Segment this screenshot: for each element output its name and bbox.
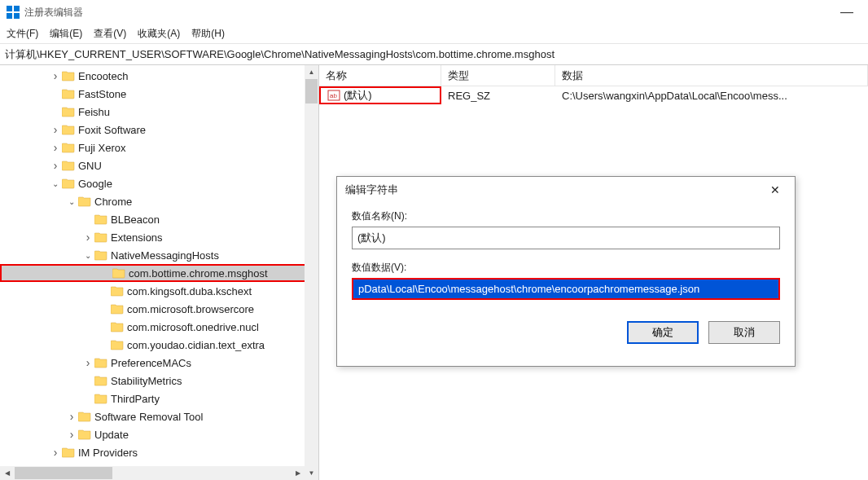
list-header: 名称 类型 数据	[319, 65, 868, 86]
tree-item-label: Extensions	[111, 231, 163, 244]
folder-icon	[62, 447, 75, 458]
tree-item-label: PreferenceMACs	[111, 357, 191, 369]
folder-icon	[94, 357, 107, 368]
tree-item-label: Update	[94, 429, 129, 441]
folder-icon	[94, 393, 107, 404]
chevron-down-icon[interactable]: ⌄	[81, 251, 94, 260]
chevron-right-icon[interactable]: ›	[65, 428, 78, 441]
chevron-right-icon[interactable]: ›	[81, 356, 94, 369]
edit-string-dialog: 编辑字符串 ✕ 数值名称(N): (默认) 数值数据(V): pData\Loc…	[336, 176, 796, 367]
menu-edit[interactable]: 编辑(E)	[50, 27, 82, 41]
tree-item[interactable]: ThirdParty	[0, 390, 318, 407]
tree-item[interactable]: ›IM Providers	[0, 443, 318, 461]
tree-item[interactable]: ⌄NativeMessagingHosts	[0, 246, 318, 264]
tree-item[interactable]: com.youdao.cidian.text_extra	[0, 336, 318, 354]
address-bar[interactable]: 计算机\HKEY_CURRENT_USER\SOFTWARE\Google\Ch…	[0, 44, 868, 65]
tree-item[interactable]: ›Foxit Software	[0, 121, 318, 139]
menu-help[interactable]: 帮助(H)	[191, 27, 225, 41]
tree-item-label: IM Providers	[78, 447, 138, 459]
menu-file[interactable]: 文件(F)	[7, 27, 38, 41]
address-text: 计算机\HKEY_CURRENT_USER\SOFTWARE\Google\Ch…	[5, 47, 555, 62]
col-header-type[interactable]: 类型	[441, 65, 555, 86]
tree-item-label: NativeMessagingHosts	[111, 249, 219, 262]
value-name-label: 数值名称(N):	[352, 209, 780, 223]
list-row[interactable]: ab (默认) REG_SZ C:\Users\wangxin\AppData\…	[319, 86, 868, 104]
tree-item[interactable]: com.microsoft.browsercore	[0, 300, 318, 318]
ok-button[interactable]: 确定	[627, 321, 699, 344]
folder-icon	[111, 303, 124, 315]
tree-item[interactable]: ›Update	[0, 425, 318, 443]
value-name-field[interactable]: (默认)	[352, 227, 780, 249]
col-header-data[interactable]: 数据	[555, 65, 868, 86]
svg-rect-1	[14, 6, 20, 11]
tree-item[interactable]: ›Software Removal Tool	[0, 407, 318, 425]
col-header-name[interactable]: 名称	[319, 65, 441, 86]
chevron-right-icon[interactable]: ›	[65, 410, 78, 423]
folder-icon	[94, 375, 107, 386]
tree-item[interactable]: StabilityMetrics	[0, 372, 318, 390]
scroll-thumb[interactable]	[305, 79, 318, 103]
tree-item-label: BLBeacon	[111, 214, 160, 226]
cell-data: C:\Users\wangxin\AppData\Local\Encoo\mes…	[555, 90, 868, 102]
cell-name: ab (默认)	[319, 86, 441, 104]
cancel-button[interactable]: 取消	[708, 321, 780, 344]
tree-item-label: Software Removal Tool	[94, 411, 203, 423]
tree-item[interactable]: ›GNU	[0, 156, 318, 174]
tree-item[interactable]: ›Encootech	[0, 67, 318, 85]
tree-item[interactable]: com.bottime.chrome.msghost	[0, 264, 318, 282]
scroll-down-arrow[interactable]: ▼	[305, 466, 318, 480]
tree-item[interactable]: Feishu	[0, 103, 318, 121]
tree-item[interactable]: com.kingsoft.duba.kschext	[0, 282, 318, 300]
scroll-thumb-h[interactable]	[15, 467, 112, 479]
menu-favorites[interactable]: 收藏夹(A)	[138, 27, 180, 41]
close-icon[interactable]: ✕	[764, 180, 787, 200]
tree-item[interactable]: ⌄Google	[0, 174, 318, 192]
tree-item[interactable]: FastStone	[0, 85, 318, 103]
folder-icon	[111, 339, 124, 350]
tree-item[interactable]: ›Fuji Xerox	[0, 139, 318, 156]
tree-item[interactable]: BLBeacon	[0, 210, 318, 228]
minimize-button[interactable]: —	[832, 2, 861, 23]
chevron-down-icon[interactable]: ⌄	[65, 197, 78, 206]
app-icon	[7, 6, 20, 19]
menu-view[interactable]: 查看(V)	[94, 27, 126, 41]
tree-item-label: Foxit Software	[78, 124, 146, 136]
cell-name-text: (默认)	[344, 88, 372, 103]
vertical-scrollbar[interactable]: ▲ ▼	[305, 65, 318, 480]
folder-icon	[94, 249, 107, 261]
tree: ›EncootechFastStoneFeishu›Foxit Software…	[0, 65, 318, 463]
folder-icon	[112, 267, 125, 279]
tree-item[interactable]: com.microsoft.onedrive.nucl	[0, 318, 318, 336]
dialog-title-text: 编辑字符串	[345, 183, 398, 197]
scroll-right-arrow[interactable]: ▶	[291, 466, 305, 480]
value-data-field[interactable]: pData\Local\Encoo\messagehost\chrome\enc…	[352, 278, 780, 300]
horizontal-scrollbar[interactable]: ◀ ▶	[0, 466, 305, 480]
chevron-right-icon[interactable]: ›	[49, 69, 62, 82]
scroll-left-arrow[interactable]: ◀	[0, 466, 14, 480]
svg-rect-0	[7, 6, 12, 11]
folder-icon	[111, 285, 124, 297]
tree-item-label: ThirdParty	[111, 393, 160, 405]
chevron-right-icon[interactable]: ›	[49, 446, 62, 459]
scroll-up-arrow[interactable]: ▲	[305, 65, 318, 79]
tree-item[interactable]: ⌄Chrome	[0, 192, 318, 210]
chevron-right-icon[interactable]: ›	[49, 159, 62, 172]
tree-item-label: com.microsoft.onedrive.nucl	[127, 321, 259, 333]
tree-item[interactable]: ›PreferenceMACs	[0, 354, 318, 372]
tree-item[interactable]: ›Extensions	[0, 228, 318, 246]
chevron-right-icon[interactable]: ›	[81, 231, 94, 244]
folder-icon	[94, 231, 107, 243]
tree-item-label: Encootech	[78, 70, 128, 82]
dialog-titlebar[interactable]: 编辑字符串 ✕	[337, 177, 795, 203]
folder-icon	[62, 142, 75, 153]
chevron-down-icon[interactable]: ⌄	[49, 179, 62, 188]
folder-icon	[62, 178, 75, 189]
tree-item-label: Feishu	[78, 106, 110, 118]
chevron-right-icon[interactable]: ›	[49, 123, 62, 136]
svg-rect-2	[7, 13, 12, 19]
chevron-right-icon[interactable]: ›	[49, 141, 62, 154]
tree-item-label: Chrome	[94, 196, 132, 208]
svg-text:ab: ab	[330, 92, 337, 99]
window-title: 注册表编辑器	[24, 6, 83, 20]
folder-icon	[78, 429, 91, 440]
